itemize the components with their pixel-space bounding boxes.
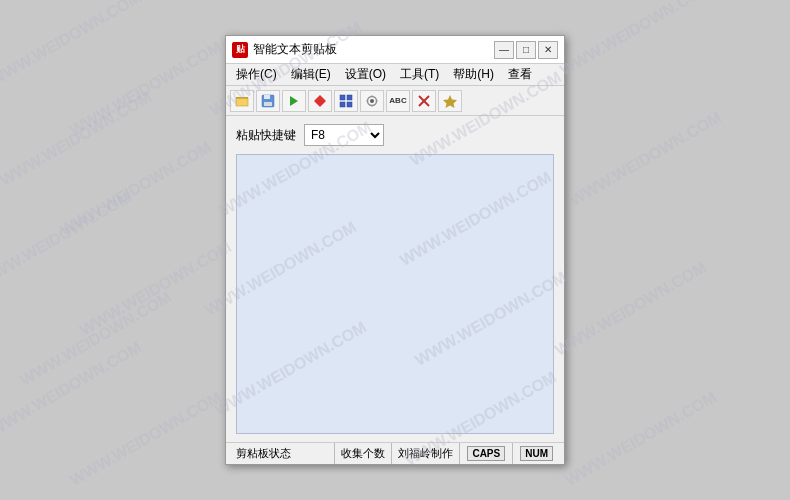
shortcut-select[interactable]: F8 F9 F10 F11 F12 [304, 124, 384, 146]
svg-rect-9 [347, 95, 352, 100]
status-caps-badge: CAPS [460, 443, 513, 464]
toolbar-grid-button[interactable] [334, 90, 358, 112]
watermark: WWW.WEIDOWN.COM [0, 0, 145, 90]
menu-item-operations[interactable]: 操作(C) [230, 64, 283, 85]
watermark: WWW.WEIDOWN.COM [0, 338, 145, 439]
toolbar-save-button[interactable] [256, 90, 280, 112]
status-author: 刘福岭制作 [392, 443, 460, 464]
watermark: WWW.WEIDOWN.COM [57, 138, 215, 239]
window-controls: — □ ✕ [494, 41, 558, 59]
toolbar-diamond-button[interactable] [308, 90, 332, 112]
watermark: WWW.WEIDOWN.COM [0, 88, 155, 189]
watermark: WWW.WEIDOWN.COM [17, 288, 175, 389]
minimize-button[interactable]: — [494, 41, 514, 59]
watermark: WWW.WEIDOWN.COM [0, 188, 135, 289]
caps-indicator: CAPS [467, 446, 505, 461]
svg-rect-10 [340, 102, 345, 107]
watermark: WWW.WEIDOWN.COM [562, 388, 720, 489]
toolbar-abc-button[interactable]: ABC [386, 90, 410, 112]
menu-item-help[interactable]: 帮助(H) [447, 64, 500, 85]
clipboard-textarea[interactable] [236, 154, 554, 434]
status-num-badge: NUM [513, 443, 560, 464]
close-button[interactable]: ✕ [538, 41, 558, 59]
svg-rect-2 [236, 97, 248, 99]
app-icon: 贴 [232, 42, 248, 58]
svg-rect-1 [236, 98, 248, 106]
watermark: WWW.WEIDOWN.COM [67, 388, 225, 489]
status-collect-count: 收集个数 [335, 443, 392, 464]
toolbar-play-button[interactable] [282, 90, 306, 112]
toolbar-cancel-button[interactable] [412, 90, 436, 112]
menu-item-view[interactable]: 查看 [502, 64, 538, 85]
watermark: WWW.WEIDOWN.COM [67, 38, 225, 139]
status-bar: 剪粘板状态 收集个数 刘福岭制作 CAPS NUM [226, 442, 564, 464]
toolbar-settings-button[interactable] [360, 90, 384, 112]
svg-marker-6 [290, 96, 298, 106]
watermark: WWW.WEIDOWN.COM [552, 258, 710, 359]
watermark: WWW.WEIDOWN.COM [567, 108, 725, 209]
svg-rect-5 [264, 102, 272, 106]
svg-rect-4 [264, 95, 270, 99]
menu-item-tools[interactable]: 工具(T) [394, 64, 445, 85]
watermark: WWW.WEIDOWN.COM [77, 238, 235, 339]
watermark: WWW.WEIDOWN.COM [557, 0, 715, 80]
content-area: 粘贴快捷键 F8 F9 F10 F11 F12 [226, 116, 564, 442]
svg-rect-8 [340, 95, 345, 100]
svg-point-12 [370, 99, 374, 103]
maximize-button[interactable]: □ [516, 41, 536, 59]
main-window: 贴 智能文本剪贴板 — □ ✕ 操作(C) 编辑(E) 设置(O) 工具(T) … [225, 35, 565, 465]
status-clipboard-state: 剪粘板状态 [230, 443, 335, 464]
num-indicator: NUM [520, 446, 553, 461]
menu-bar: 操作(C) 编辑(E) 设置(O) 工具(T) 帮助(H) 查看 [226, 64, 564, 86]
title-bar: 贴 智能文本剪贴板 — □ ✕ [226, 36, 564, 64]
toolbar-star-button[interactable] [438, 90, 462, 112]
svg-marker-7 [314, 95, 326, 107]
menu-item-edit[interactable]: 编辑(E) [285, 64, 337, 85]
menu-item-settings[interactable]: 设置(O) [339, 64, 392, 85]
svg-marker-16 [443, 95, 457, 108]
shortcut-row: 粘贴快捷键 F8 F9 F10 F11 F12 [236, 124, 554, 146]
window-title: 智能文本剪贴板 [253, 41, 494, 58]
svg-rect-11 [347, 102, 352, 107]
toolbar: ABC [226, 86, 564, 116]
toolbar-open-button[interactable] [230, 90, 254, 112]
shortcut-label: 粘贴快捷键 [236, 127, 296, 144]
